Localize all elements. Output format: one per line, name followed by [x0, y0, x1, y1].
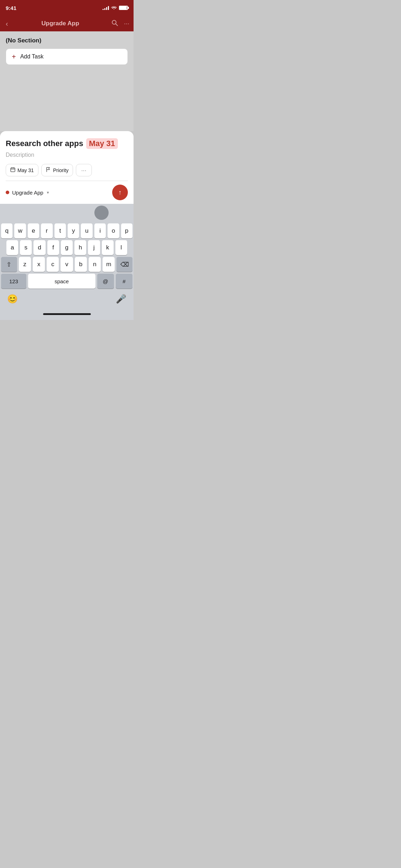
send-button[interactable]: ↑: [112, 185, 128, 200]
keyboard-row-1: q w e r t y u i o p: [0, 222, 134, 238]
key-x[interactable]: x: [33, 257, 45, 272]
key-u[interactable]: u: [81, 223, 92, 238]
key-p[interactable]: p: [121, 223, 132, 238]
key-v[interactable]: v: [61, 257, 73, 272]
more-icon[interactable]: ···: [124, 20, 129, 27]
add-task-label: Add Task: [20, 53, 44, 60]
task-description[interactable]: Description: [6, 152, 128, 158]
add-task-button[interactable]: + Add Task: [6, 48, 128, 65]
plus-icon: +: [12, 53, 16, 60]
main-content: (No Section) + Add Task: [0, 31, 134, 131]
nav-bar: ‹ Upgrade App ···: [0, 16, 134, 31]
hash-key[interactable]: #: [116, 274, 132, 289]
search-icon[interactable]: [111, 19, 118, 28]
project-color-dot: [6, 191, 9, 194]
key-h[interactable]: h: [74, 240, 86, 255]
at-key[interactable]: @: [97, 274, 114, 289]
section-title: (No Section): [6, 37, 128, 44]
mic-button[interactable]: 🎤: [116, 294, 126, 304]
back-button[interactable]: ‹: [4, 18, 10, 29]
keyboard: q w e r t y u i o p a s d f g h j k l ⇧ …: [0, 222, 134, 290]
priority-label: Priority: [53, 167, 69, 173]
delete-key[interactable]: ⌫: [116, 257, 132, 272]
key-f[interactable]: f: [47, 240, 59, 255]
action-buttons: May 31 Priority ···: [6, 164, 128, 181]
task-date-badge[interactable]: May 31: [86, 138, 118, 149]
key-l[interactable]: l: [115, 240, 127, 255]
key-m[interactable]: m: [103, 257, 115, 272]
bottom-sheet: Research other apps May 31 Description M…: [0, 131, 134, 204]
keyboard-drag-handle[interactable]: [94, 206, 109, 220]
keyboard-emoji-row: 😊 🎤: [0, 290, 134, 308]
priority-button[interactable]: Priority: [41, 164, 73, 176]
svg-line-1: [116, 24, 118, 26]
key-t[interactable]: t: [54, 223, 66, 238]
project-name: Upgrade App: [12, 190, 43, 196]
task-title-row: Research other apps May 31: [6, 138, 128, 149]
numbers-key[interactable]: 123: [1, 274, 26, 289]
flag-icon: [46, 167, 51, 173]
key-a[interactable]: a: [6, 240, 18, 255]
key-i[interactable]: i: [94, 223, 106, 238]
project-selector[interactable]: Upgrade App ▼: [6, 190, 50, 196]
key-q[interactable]: q: [1, 223, 12, 238]
key-c[interactable]: c: [47, 257, 59, 272]
calendar-icon: [10, 167, 15, 173]
send-icon: ↑: [119, 189, 122, 196]
key-e[interactable]: e: [28, 223, 39, 238]
due-date-label: May 31: [17, 167, 34, 173]
key-k[interactable]: k: [102, 240, 114, 255]
keyboard-row-4: 123 space @ #: [0, 272, 134, 290]
task-title: Research other apps: [6, 139, 83, 148]
shift-key[interactable]: ⇧: [1, 257, 17, 272]
wifi-icon: [111, 5, 117, 11]
key-z[interactable]: z: [19, 257, 31, 272]
status-bar: 9:41: [0, 0, 134, 16]
svg-rect-2: [11, 168, 15, 172]
home-bar: [43, 313, 91, 315]
key-j[interactable]: j: [88, 240, 100, 255]
key-d[interactable]: d: [33, 240, 45, 255]
home-indicator: [0, 308, 134, 320]
space-key[interactable]: space: [28, 274, 95, 289]
more-dots-icon: ···: [81, 167, 87, 173]
emoji-button[interactable]: 😊: [7, 294, 18, 304]
chevron-down-icon: ▼: [46, 191, 50, 195]
key-g[interactable]: g: [61, 240, 73, 255]
status-time: 9:41: [6, 5, 16, 11]
key-o[interactable]: o: [108, 223, 119, 238]
status-icons: [103, 5, 128, 11]
nav-title: Upgrade App: [10, 20, 111, 27]
keyboard-row-3: ⇧ z x c v b n m ⌫: [0, 255, 134, 272]
keyboard-handle-area: [0, 204, 134, 222]
key-y[interactable]: y: [68, 223, 79, 238]
signal-icon: [103, 6, 109, 10]
key-b[interactable]: b: [75, 257, 87, 272]
battery-icon: [119, 6, 128, 10]
keyboard-row-2: a s d f g h j k l: [0, 238, 134, 255]
key-w[interactable]: w: [14, 223, 26, 238]
key-s[interactable]: s: [20, 240, 32, 255]
key-r[interactable]: r: [41, 223, 52, 238]
key-n[interactable]: n: [89, 257, 101, 272]
nav-actions: ···: [111, 19, 129, 28]
more-options-button[interactable]: ···: [76, 164, 92, 176]
project-row: Upgrade App ▼ ↑: [6, 181, 128, 204]
due-date-button[interactable]: May 31: [6, 164, 38, 176]
